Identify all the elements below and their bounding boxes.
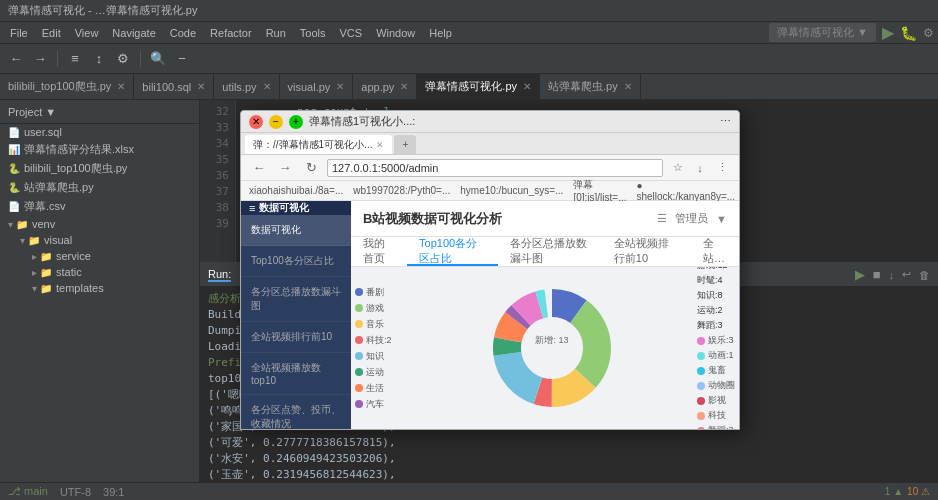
- folder-icon: 📁: [40, 283, 52, 294]
- file-icon: 📄: [8, 201, 20, 212]
- chart-label: 游戏:12: [697, 267, 735, 272]
- tab-danmu-visual[interactable]: 弹幕情感可视化.py ✕: [417, 74, 540, 99]
- tree-item-service[interactable]: ▸ 📁 service: [0, 248, 199, 264]
- sidebar-item-funnel[interactable]: 各分区总播放数漏斗图: [241, 277, 351, 322]
- bookmark-item[interactable]: xiaohaishuibai./8a=...: [249, 185, 343, 196]
- bookmark-item[interactable]: wb1997028:/Pyth0=...: [353, 185, 450, 196]
- browser-reload[interactable]: ↻: [301, 158, 321, 178]
- tree-item-danmu-csv[interactable]: 📄 弹幕.csv: [0, 197, 199, 216]
- menu-help[interactable]: Help: [423, 25, 458, 41]
- tab-station-crawler[interactable]: 站弹幕爬虫.py ✕: [540, 74, 641, 99]
- bookmark-item[interactable]: hyme10:/bucun_sys=...: [460, 185, 563, 196]
- run-line: ('可爱', 0.2777718386157815),: [208, 435, 930, 451]
- tree-item-bilibili-crawler[interactable]: 🐍 bilibili_top100爬虫.py: [0, 159, 199, 178]
- browser-more[interactable]: ⋯: [720, 115, 731, 128]
- sidebar-item-likes[interactable]: 各分区点赞、投币、收藏情况: [241, 395, 351, 429]
- tab-close-icon[interactable]: ✕: [523, 81, 531, 92]
- sidebar-item-playcount[interactable]: 全站视频播放数top10: [241, 353, 351, 395]
- browser-forward[interactable]: →: [275, 158, 295, 178]
- run-again-button[interactable]: ▶: [855, 267, 865, 282]
- browser-tab-main[interactable]: 弹：//弹幕情感1可视化小... ✕: [245, 135, 392, 154]
- browser-max-button[interactable]: +: [289, 115, 303, 129]
- tree-item-station-crawler[interactable]: 🐍 站弹幕爬虫.py: [0, 178, 199, 197]
- soft-wrap[interactable]: ↩: [902, 268, 911, 281]
- profile-button[interactable]: ⚙: [923, 26, 934, 40]
- sidebar-item-data-visual[interactable]: 数据可视化: [241, 215, 351, 246]
- menu-edit[interactable]: Edit: [36, 25, 67, 41]
- debug-button[interactable]: 🐛: [900, 25, 917, 41]
- browser-back[interactable]: ←: [249, 158, 269, 178]
- dash-tab-ranking[interactable]: 全站视频排行前10: [602, 237, 691, 266]
- tab-close-icon[interactable]: ✕: [197, 81, 205, 92]
- menu-view[interactable]: View: [69, 25, 105, 41]
- menu-window[interactable]: Window: [370, 25, 421, 41]
- bookmark-item[interactable]: 弹幕[0]:is]/list=...: [573, 178, 626, 203]
- toolbar-run-config[interactable]: 弹幕情感可视化 ▼: [769, 23, 876, 42]
- tree-item-static[interactable]: ▸ 📁 static: [0, 264, 199, 280]
- clear-button[interactable]: 🗑: [919, 269, 930, 281]
- user-menu-arrow[interactable]: ▼: [716, 213, 727, 225]
- tree-item-label: 弹幕.csv: [24, 199, 66, 214]
- tree-item-venv[interactable]: ▾ 📁 venv: [0, 216, 199, 232]
- stop-button[interactable]: ■: [873, 267, 881, 282]
- legend-item: 番剧: [355, 286, 407, 299]
- status-git: ⎇ main: [8, 485, 48, 498]
- bookmark-icon[interactable]: ☆: [669, 159, 687, 177]
- toolbar-settings[interactable]: ⚙: [113, 49, 133, 69]
- menu-tools[interactable]: Tools: [294, 25, 332, 41]
- toolbar-forward[interactable]: →: [30, 49, 50, 69]
- legend-item: 娱乐:3: [697, 334, 735, 347]
- browser-url-input[interactable]: [327, 159, 663, 177]
- logo-label: 数据可视化: [259, 201, 309, 215]
- menu-navigate[interactable]: Navigate: [106, 25, 161, 41]
- tab-utils[interactable]: utils.py ✕: [214, 74, 279, 99]
- sidebar-item-ranking[interactable]: 全站视频排行前10: [241, 322, 351, 353]
- menu-vcs[interactable]: VCS: [334, 25, 369, 41]
- tab-close-icon[interactable]: ✕: [117, 81, 125, 92]
- menu-run[interactable]: Run: [260, 25, 292, 41]
- dash-tab-home[interactable]: 我的首页: [351, 237, 407, 266]
- tab-visual[interactable]: visual.py ✕: [280, 74, 354, 99]
- tab-bilibili-crawler[interactable]: bilibili_top100爬虫.py ✕: [0, 74, 134, 99]
- tree-item-templates[interactable]: ▾ 📁 templates: [0, 280, 199, 296]
- settings-icon[interactable]: ⋮: [713, 159, 731, 177]
- browser-close-button[interactable]: ✕: [249, 115, 263, 129]
- toolbar-reformat[interactable]: ≡: [65, 49, 85, 69]
- toolbar-optimize[interactable]: ↕: [89, 49, 109, 69]
- dash-tab-funnel[interactable]: 各分区总播放数漏斗图: [498, 237, 602, 266]
- tab-app[interactable]: app.py ✕: [353, 74, 417, 99]
- hamburger-icon[interactable]: ☰: [657, 212, 667, 225]
- menu-code[interactable]: Code: [164, 25, 202, 41]
- tab-bili100sql[interactable]: bili100.sql ✕: [134, 74, 214, 99]
- browser-icon-group: ☆ ↓ ⋮: [669, 159, 731, 177]
- tab-close-icon[interactable]: ✕: [263, 81, 271, 92]
- tab-close-icon[interactable]: ✕: [400, 81, 408, 92]
- scroll-to-end[interactable]: ↓: [889, 269, 895, 281]
- tab-close-icon[interactable]: ✕: [336, 81, 344, 92]
- dashboard-header: B站视频数据可视化分析 ☰ 管理员 ▼: [351, 201, 739, 237]
- tree-item-score-xlsx[interactable]: 📊 弹幕情感评分结果.xlsx: [0, 140, 199, 159]
- sidebar-title: Project ▼: [8, 106, 56, 118]
- tree-item-visual[interactable]: ▾ 📁 visual: [0, 232, 199, 248]
- sidebar-item-top100[interactable]: Top100各分区占比: [241, 246, 351, 277]
- menu-file[interactable]: File: [4, 25, 34, 41]
- browser-tab-close[interactable]: ✕: [376, 140, 384, 150]
- browser-title: 弹幕情感1可视化小...:: [309, 114, 714, 129]
- download-icon[interactable]: ↓: [691, 159, 709, 177]
- browser-tab-new[interactable]: +: [394, 135, 416, 154]
- toolbar-back[interactable]: ←: [6, 49, 26, 69]
- run-button[interactable]: ▶: [882, 23, 894, 42]
- menu-refactor[interactable]: Refactor: [204, 25, 258, 41]
- bookmark-item[interactable]: ● shellock:/kanyan8y=...: [636, 180, 735, 202]
- tab-close-icon[interactable]: ✕: [624, 81, 632, 92]
- toolbar-search[interactable]: 🔍: [148, 49, 168, 69]
- run-tab-run[interactable]: Run:: [208, 268, 231, 282]
- tree-item-usersql[interactable]: 📄 user.sql: [0, 124, 199, 140]
- browser-min-button[interactable]: −: [269, 115, 283, 129]
- dash-tab-more[interactable]: 全站…: [691, 237, 739, 266]
- legend-item: 生活: [355, 382, 407, 395]
- dash-tab-top100[interactable]: Top100各分区占比: [407, 237, 497, 266]
- browser-toolbar: ← → ↻ ☆ ↓ ⋮: [241, 155, 739, 181]
- dashboard-chart-area: 番剧 游戏 音乐 科技:2 知识 运动 生活 汽车: [351, 267, 739, 429]
- toolbar-minus[interactable]: −: [172, 49, 192, 69]
